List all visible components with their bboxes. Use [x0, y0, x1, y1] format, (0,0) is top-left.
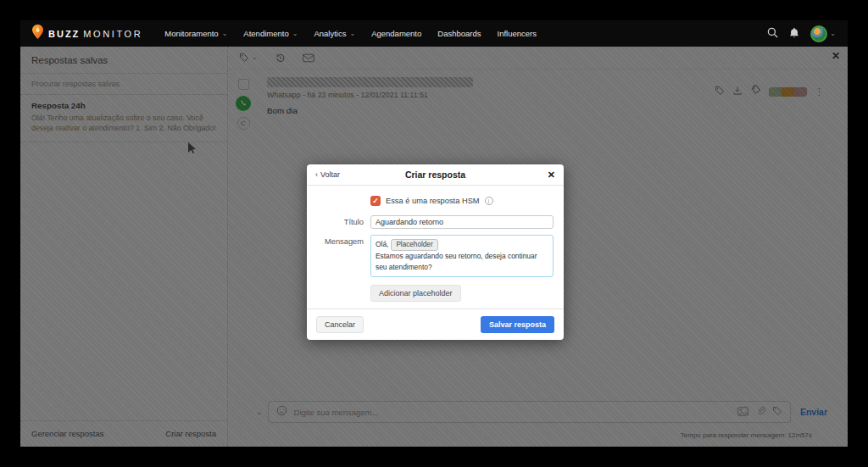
nav-item-atendimento[interactable]: Atendimento ⌄ — [243, 29, 298, 38]
brand-pin-icon — [32, 25, 43, 42]
hsm-checkbox-label: Essa é uma resposta HSM — [386, 197, 480, 205]
user-avatar — [810, 25, 827, 42]
chevron-down-icon: ⌄ — [292, 31, 298, 37]
brand-name-buzz: BUZZ — [48, 29, 80, 39]
chevron-down-icon: ⌄ — [349, 31, 355, 37]
hsm-checkbox-row: ✓ Essa é uma resposta HSM i — [370, 196, 554, 206]
brand-name-monitor: MONITOR — [83, 29, 142, 39]
nav-right-actions: ⌄ — [767, 25, 836, 42]
titulo-field-row: Título — [317, 215, 554, 229]
nav-item-analytics[interactable]: Analytics ⌄ — [314, 29, 355, 38]
info-icon[interactable]: i — [485, 197, 493, 205]
nav-item-dashboards[interactable]: Dashboards — [437, 29, 481, 38]
mensagem-label: Mensagem — [317, 235, 364, 277]
mensagem-prefix-text: Olá, — [376, 240, 388, 248]
modal-close-icon[interactable]: ✕ — [548, 170, 555, 181]
back-button[interactable]: ‹ Voltar — [315, 170, 340, 179]
save-response-button[interactable]: Salvar resposta — [481, 316, 554, 333]
search-icon[interactable] — [767, 26, 778, 42]
titulo-input[interactable] — [370, 215, 554, 229]
hsm-checkbox[interactable]: ✓ — [370, 196, 381, 206]
modal-body: ✓ Essa é uma resposta HSM i Título Mensa… — [307, 186, 564, 309]
top-nav: BUZZ MONITOR Monitoramento ⌄ Atendimento… — [20, 20, 848, 47]
titulo-label: Título — [317, 215, 364, 229]
app-window: BUZZ MONITOR Monitoramento ⌄ Atendimento… — [20, 20, 848, 447]
nav-item-agendamento[interactable]: Agendamento — [371, 29, 421, 38]
modal-title: Criar resposta — [405, 170, 465, 180]
cancel-button[interactable]: Cancelar — [316, 316, 364, 333]
user-menu[interactable]: ⌄ — [810, 25, 836, 42]
notifications-bell-icon[interactable] — [789, 26, 799, 42]
mensagem-field-row: Mensagem Olá,Placeholder Estamos aguarda… — [317, 235, 554, 277]
nav-item-influencers[interactable]: Influencers — [498, 29, 537, 38]
add-placeholder-button[interactable]: Adicionar placeholder — [370, 285, 461, 302]
back-chevron-icon: ‹ — [315, 170, 318, 179]
modal-header: ‹ Voltar Criar resposta ✕ — [307, 164, 564, 186]
mensagem-body-text: Estamos aguardando seu retorno, deseja c… — [376, 251, 548, 272]
main-menu: Monitoramento ⌄ Atendimento ⌄ Analytics … — [164, 29, 537, 38]
nav-item-monitoramento[interactable]: Monitoramento ⌄ — [164, 29, 227, 38]
brand-logo[interactable]: BUZZ MONITOR — [32, 25, 142, 42]
modal-footer: Cancelar Salvar resposta — [307, 309, 564, 340]
chevron-down-icon: ⌄ — [222, 31, 228, 37]
chevron-down-icon: ⌄ — [830, 31, 836, 37]
mensagem-editor[interactable]: Olá,Placeholder Estamos aguardando seu r… — [370, 235, 554, 277]
create-response-modal: ‹ Voltar Criar resposta ✕ ✓ Essa é uma r… — [307, 164, 564, 340]
placeholder-chip[interactable]: Placeholder — [391, 239, 437, 251]
